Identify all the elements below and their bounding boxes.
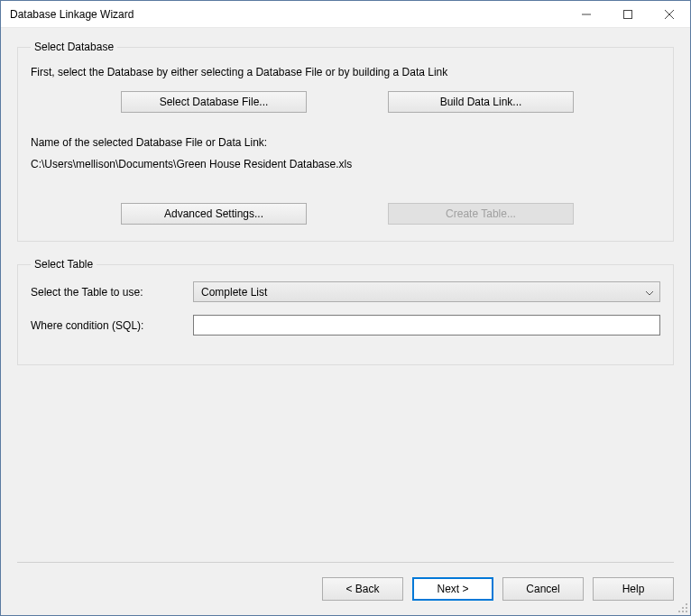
- svg-point-6: [686, 607, 687, 609]
- table-label: Select the Table to use:: [31, 286, 193, 299]
- footer: < Back Next > Cancel Help: [1, 563, 690, 615]
- wizard-window: Database Linkage Wizard Select Database …: [0, 0, 691, 616]
- select-database-file-button[interactable]: Select Database File...: [121, 91, 307, 113]
- resize-grip-icon[interactable]: [676, 601, 688, 613]
- svg-point-8: [682, 611, 684, 612]
- minimize-icon: [582, 10, 591, 19]
- titlebar: Database Linkage Wizard: [1, 1, 690, 28]
- back-button[interactable]: < Back: [322, 577, 403, 601]
- close-icon: [665, 10, 674, 19]
- svg-point-5: [682, 607, 684, 609]
- advanced-settings-button[interactable]: Advanced Settings...: [121, 203, 307, 225]
- selected-file-path: C:\Users\mellison\Documents\Green House …: [31, 158, 660, 170]
- window-title: Database Linkage Wizard: [1, 8, 566, 21]
- table-combobox[interactable]: Complete List: [193, 281, 660, 302]
- select-database-legend: Select Database: [31, 41, 117, 53]
- chevron-down-icon: [645, 286, 654, 299]
- cancel-button[interactable]: Cancel: [502, 577, 584, 601]
- selected-file-label: Name of the selected Database File or Da…: [31, 136, 660, 149]
- where-condition-input[interactable]: [193, 315, 660, 336]
- database-button-row: Select Database File... Build Data Link.…: [121, 91, 660, 113]
- select-table-group: Select Table Select the Table to use: Co…: [17, 258, 674, 365]
- maximize-icon: [623, 10, 632, 19]
- select-database-group: Select Database First, select the Databa…: [17, 41, 674, 242]
- next-button[interactable]: Next >: [412, 577, 493, 601]
- help-button[interactable]: Help: [593, 577, 674, 601]
- minimize-button[interactable]: [566, 1, 607, 28]
- select-table-legend: Select Table: [31, 258, 97, 271]
- table-combobox-value: Complete List: [201, 286, 267, 299]
- where-row: Where condition (SQL):: [31, 315, 660, 336]
- content-area: Select Database First, select the Databa…: [1, 28, 690, 562]
- svg-point-4: [686, 603, 687, 605]
- select-database-instruction: First, select the Database by either sel…: [31, 66, 660, 78]
- database-button-row-2: Advanced Settings... Create Table...: [121, 203, 660, 225]
- svg-rect-1: [624, 10, 632, 18]
- svg-point-7: [678, 611, 680, 612]
- build-data-link-button[interactable]: Build Data Link...: [388, 91, 574, 113]
- svg-point-9: [686, 611, 687, 612]
- table-row: Select the Table to use: Complete List: [31, 281, 660, 302]
- close-button[interactable]: [649, 1, 690, 28]
- where-label: Where condition (SQL):: [31, 319, 193, 332]
- maximize-button[interactable]: [607, 1, 649, 28]
- create-table-button: Create Table...: [388, 203, 574, 225]
